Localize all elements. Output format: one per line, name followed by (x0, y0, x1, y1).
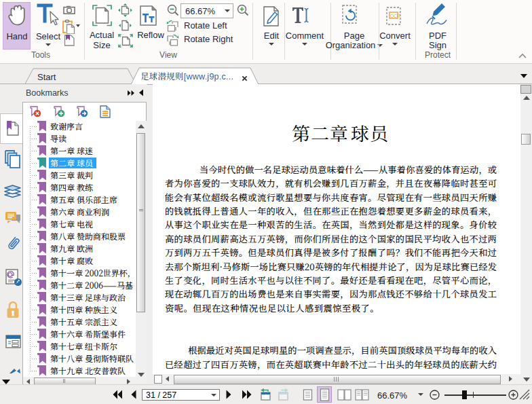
svg-text:OCR: OCR (390, 14, 400, 18)
